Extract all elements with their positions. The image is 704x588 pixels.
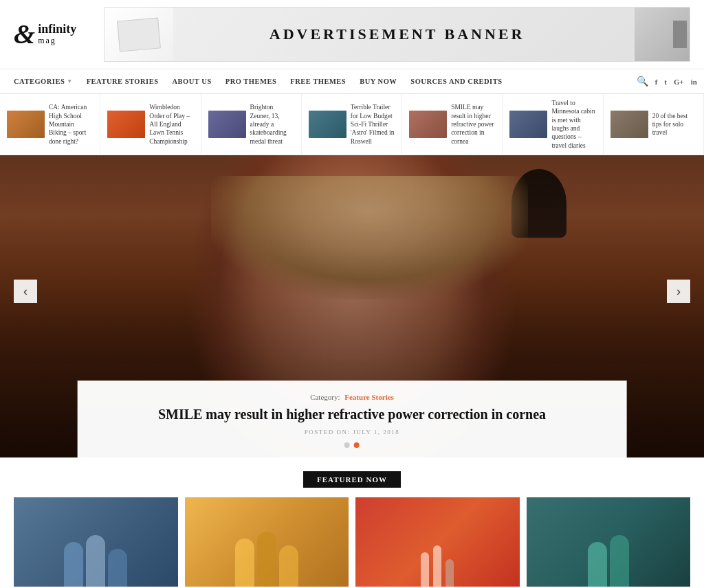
- featured-card-4[interactable]: [527, 497, 691, 587]
- featured-section: Featured Now: [0, 457, 704, 588]
- hero-prev-button[interactable]: ‹: [14, 280, 37, 303]
- card-figures-3: [421, 545, 454, 587]
- site-header: & infinity mag ADVERTISEMENT BANNER: [0, 0, 704, 69]
- featured-card-3[interactable]: [355, 497, 520, 587]
- ticker-thumb: [107, 111, 145, 138]
- news-ticker: CA: American High School Mountain Biking…: [0, 94, 704, 155]
- ticker-text: CA: American High School Mountain Biking…: [49, 103, 93, 146]
- ticker-text: Wimbledon Order of Play – All England La…: [149, 103, 193, 146]
- hero-category-link[interactable]: Feature Stories: [344, 393, 394, 401]
- ticker-thumb: [509, 111, 547, 138]
- hero-dot-1[interactable]: [344, 442, 350, 448]
- ticker-text: 20 of the best tips for solo travel: [652, 112, 696, 137]
- nav-item-sources-credits[interactable]: SOURCES AND CREDITS: [404, 69, 509, 93]
- hero-caption: Category: Feature Stories SMILE may resu…: [78, 381, 627, 457]
- ticker-item[interactable]: Wimbledon Order of Play – All England La…: [100, 94, 201, 155]
- featured-label: Featured Now: [14, 471, 690, 488]
- ticker-text: Brighton Zeuner, 13, already a skateboar…: [250, 103, 294, 146]
- ticker-thumb: [610, 111, 648, 138]
- ticker-item[interactable]: CA: American High School Mountain Biking…: [0, 94, 100, 155]
- nav-label: SOURCES AND CREDITS: [410, 78, 502, 85]
- nav-item-free-themes[interactable]: FREE THEMES: [283, 69, 353, 93]
- ticker-item[interactable]: Travel to Minnesota cabin is met with la…: [503, 94, 603, 155]
- hero-slider: ‹ › Category: Feature Stories SMILE may …: [0, 155, 704, 457]
- logo-ampersand: &: [14, 21, 35, 48]
- categories-arrow: ▼: [67, 78, 72, 84]
- logo-text-block: infinity mag: [38, 23, 76, 47]
- nav-item-pro-themes[interactable]: PRO THEMES: [219, 69, 284, 93]
- hero-category-line: Category: Feature Stories: [98, 393, 606, 401]
- ticker-item[interactable]: Brighton Zeuner, 13, already a skateboar…: [201, 94, 302, 155]
- nav-label: BUY NOW: [360, 78, 397, 85]
- featured-grid: [14, 497, 690, 587]
- nav-label: CATEGORIES: [14, 78, 65, 85]
- logo-name: infinity: [38, 23, 76, 36]
- ad-banner-left-decor: [104, 8, 173, 61]
- nav-item-about-us[interactable]: ABOUT US: [166, 69, 219, 93]
- hero-category-prefix: Category:: [310, 393, 340, 401]
- nav-label: PRO THEMES: [226, 78, 277, 85]
- ad-banner-right-decor: [635, 8, 690, 61]
- hero-next-button[interactable]: ›: [667, 280, 690, 303]
- nav-item-categories[interactable]: CATEGORIES ▼: [7, 69, 80, 93]
- ticker-thumb: [208, 111, 246, 138]
- ticker-item[interactable]: SMILE may result in higher refractive po…: [402, 94, 503, 155]
- twitter-icon[interactable]: t: [664, 78, 667, 86]
- googleplus-icon[interactable]: G+: [674, 78, 684, 86]
- ad-banner-text: ADVERTISEMENT BANNER: [270, 25, 525, 43]
- featured-card-2[interactable]: [185, 497, 349, 587]
- nav-label: FREE THEMES: [290, 78, 346, 85]
- ticker-item[interactable]: 20 of the best tips for solo travel: [604, 94, 704, 155]
- ticker-thumb: [7, 111, 45, 138]
- hero-dot-2[interactable]: [354, 442, 360, 448]
- card-figures-4: [588, 535, 629, 587]
- featured-label-text: Featured Now: [303, 471, 401, 488]
- search-icon[interactable]: 🔍: [637, 76, 648, 87]
- nav-item-feature-stories[interactable]: FEATURE STORIES: [80, 69, 166, 93]
- hero-date: POSTED ON: JULY 1, 2018: [98, 429, 606, 436]
- ticker-thumb: [409, 111, 447, 138]
- hero-dots: [98, 442, 606, 448]
- linkedin-icon[interactable]: in: [691, 78, 697, 86]
- logo-sub: mag: [38, 36, 76, 46]
- card-figures-1: [64, 535, 127, 587]
- site-logo[interactable]: & infinity mag: [14, 21, 76, 48]
- nav-items: CATEGORIES ▼ FEATURE STORIES ABOUT US PR…: [7, 69, 509, 93]
- featured-card-1[interactable]: [14, 497, 178, 587]
- ad-banner: ADVERTISEMENT BANNER: [104, 7, 690, 62]
- ticker-text: Terrible Trailer for Low Budget Sci-Fi T…: [351, 103, 395, 146]
- ticker-text: Travel to Minnesota cabin is met with la…: [551, 99, 595, 150]
- nav-label: ABOUT US: [173, 78, 212, 85]
- nav-label: FEATURE STORIES: [87, 78, 159, 85]
- facebook-icon[interactable]: f: [655, 78, 658, 86]
- hero-title: SMILE may result in higher refractive po…: [98, 405, 606, 423]
- nav-social-area: 🔍 f t G+ in: [637, 76, 697, 87]
- nav-item-buy-now[interactable]: BUY NOW: [353, 69, 404, 93]
- ticker-item[interactable]: Terrible Trailer for Low Budget Sci-Fi T…: [302, 94, 402, 155]
- main-nav: CATEGORIES ▼ FEATURE STORIES ABOUT US PR…: [0, 69, 704, 94]
- card-figures-2: [235, 532, 298, 587]
- ticker-thumb: [309, 111, 346, 138]
- ticker-text: SMILE may result in higher refractive po…: [451, 103, 495, 146]
